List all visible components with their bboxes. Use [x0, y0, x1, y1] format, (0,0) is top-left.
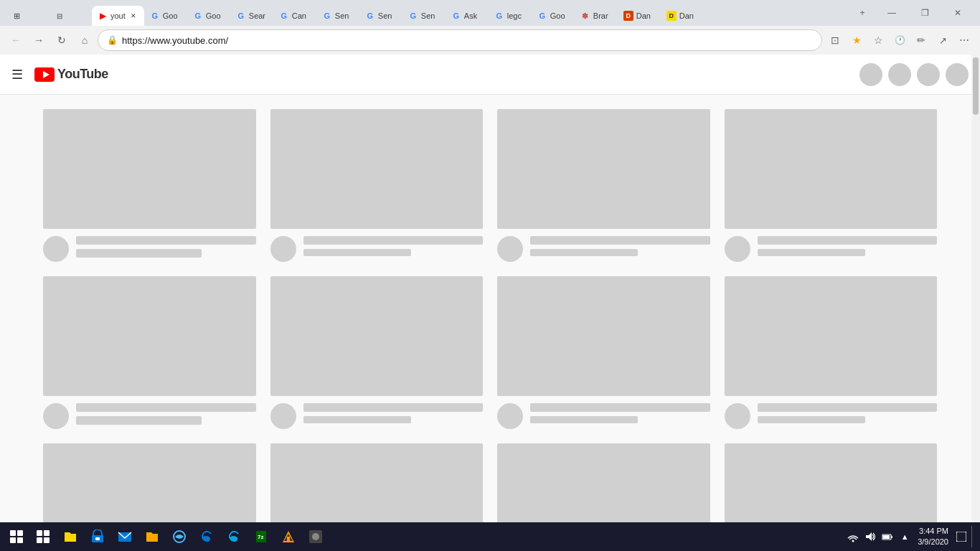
- tab-legc[interactable]: G legc: [489, 6, 532, 26]
- tab-goo2[interactable]: G Goo: [187, 6, 230, 26]
- avatar-1[interactable]: [859, 63, 882, 86]
- drawing-btn[interactable]: ✏: [911, 30, 931, 50]
- tab-ask[interactable]: G Ask: [446, 6, 489, 26]
- notification-center-btn[interactable]: [954, 529, 969, 544]
- scrollbar-thumb[interactable]: [973, 57, 979, 115]
- tab-favicon-g2: G: [193, 11, 203, 21]
- taskbar-clock[interactable]: 3:44 PM 3/9/2020: [915, 526, 951, 548]
- svg-rect-3: [37, 537, 42, 543]
- video-info-7: [497, 403, 710, 429]
- address-bar[interactable]: 🔒: [98, 29, 822, 51]
- taskbar-browser-pin[interactable]: [166, 524, 192, 550]
- scrollbar[interactable]: [971, 55, 980, 551]
- avatar-3[interactable]: [917, 63, 940, 86]
- video-card-1[interactable]: [43, 109, 256, 262]
- back-btn[interactable]: ←: [6, 30, 26, 50]
- share-btn[interactable]: ↗: [933, 30, 953, 50]
- tab-sear[interactable]: G Sear: [230, 6, 273, 26]
- video-card-4[interactable]: [725, 109, 938, 262]
- avatar-4[interactable]: [946, 63, 969, 86]
- video-title-4: [758, 236, 938, 245]
- home-btn[interactable]: ⌂: [75, 30, 95, 50]
- edge2-icon: [227, 529, 241, 544]
- taskbar-edge[interactable]: [194, 524, 220, 550]
- tab-bran[interactable]: ✽ Brar: [575, 6, 618, 26]
- channel-avatar-4: [725, 236, 750, 262]
- taskbar-mail[interactable]: [112, 524, 138, 550]
- video-info-1: [43, 236, 256, 262]
- video-info-4: [725, 236, 938, 262]
- svg-point-16: [852, 540, 854, 542]
- tab-grid[interactable]: ⊟: [49, 6, 92, 26]
- video-title-1: [76, 236, 256, 245]
- tab-label-ask: Ask: [464, 11, 477, 20]
- mail-icon: [118, 529, 132, 544]
- tab-favicon-sen1: G: [322, 11, 332, 21]
- taskbar-file-explorer[interactable]: [57, 524, 83, 550]
- taskbar-7zip[interactable]: 7z: [248, 524, 274, 550]
- taskbar-files[interactable]: [139, 524, 165, 550]
- tab-sen1[interactable]: G Sen: [316, 6, 359, 26]
- tab-dan2[interactable]: D Dan: [661, 6, 704, 26]
- close-btn[interactable]: ✕: [941, 0, 974, 26]
- tab-youtube[interactable]: ▶ yout ✕: [92, 6, 144, 26]
- tab-close-youtube[interactable]: ✕: [128, 11, 138, 21]
- video-info-3: [497, 236, 710, 262]
- tab-favicon-dan2: D: [666, 11, 677, 21]
- tab-sen3[interactable]: G Sen: [402, 6, 446, 26]
- taskbar-misc[interactable]: [303, 524, 329, 550]
- show-desktop-btn[interactable]: [971, 526, 974, 547]
- video-info-8: [725, 403, 938, 429]
- channel-avatar-3: [497, 236, 523, 262]
- tab-goo3[interactable]: G Goo: [532, 6, 575, 26]
- split-view-btn[interactable]: ⊡: [825, 30, 845, 50]
- taskbar-store[interactable]: [85, 524, 110, 550]
- taskbar-date: 3/9/2020: [918, 537, 948, 547]
- channel-avatar-5: [43, 403, 69, 429]
- show-hidden-icons[interactable]: ▲: [897, 529, 912, 544]
- sevenzip-icon: 7z: [254, 529, 268, 544]
- tab-can[interactable]: G Can: [273, 6, 316, 26]
- more-btn[interactable]: ⋯: [954, 30, 974, 50]
- hamburger-menu-btn[interactable]: ☰: [11, 67, 23, 83]
- refresh-btn[interactable]: ↻: [52, 30, 72, 50]
- url-input[interactable]: [122, 35, 813, 46]
- video-card-3[interactable]: [497, 109, 710, 262]
- video-card-2[interactable]: [270, 109, 484, 262]
- tab-favicon-grid: ⊟: [55, 11, 65, 21]
- video-card-6[interactable]: [270, 276, 484, 429]
- tab-sen2[interactable]: G Sen: [359, 6, 402, 26]
- video-card-8[interactable]: [725, 276, 938, 429]
- tab-overflow-btn[interactable]: [831, 3, 851, 23]
- video-card-5[interactable]: [43, 276, 256, 429]
- volume-icon[interactable]: [863, 529, 877, 544]
- vlc-icon: [281, 529, 296, 544]
- taskbar-edge2[interactable]: [221, 524, 247, 550]
- start-icon: [10, 530, 23, 543]
- taskbar-task-view[interactable]: [30, 524, 56, 550]
- new-tab-btn[interactable]: +: [852, 3, 872, 23]
- avatar-2[interactable]: [888, 63, 911, 86]
- tab-label-sen2: Sen: [378, 11, 392, 20]
- svg-point-15: [312, 533, 319, 540]
- volume-svg: [864, 531, 876, 542]
- history-btn[interactable]: 🕐: [890, 30, 910, 50]
- taskbar-vlc[interactable]: [275, 524, 301, 550]
- minimize-btn[interactable]: —: [875, 0, 908, 26]
- tab-label-youtube: yout: [110, 11, 126, 20]
- restore-btn[interactable]: ❐: [908, 0, 941, 26]
- tab-screen[interactable]: ⊞: [6, 6, 49, 26]
- tab-label-sen1: Sen: [335, 11, 349, 20]
- video-card-7[interactable]: [497, 276, 710, 429]
- tab-goo1[interactable]: G Goo: [144, 6, 187, 26]
- task-view-icon: [36, 529, 50, 544]
- battery-icon[interactable]: [880, 529, 895, 544]
- video-text-3: [530, 236, 710, 256]
- tab-dan1[interactable]: D Dan: [618, 6, 661, 26]
- bookmark-btn[interactable]: ★: [847, 30, 867, 50]
- youtube-logo[interactable]: YouTube: [34, 67, 108, 82]
- network-icon[interactable]: [846, 529, 860, 544]
- forward-btn[interactable]: →: [29, 30, 49, 50]
- collections-btn[interactable]: ☆: [868, 30, 888, 50]
- start-button[interactable]: [6, 526, 27, 547]
